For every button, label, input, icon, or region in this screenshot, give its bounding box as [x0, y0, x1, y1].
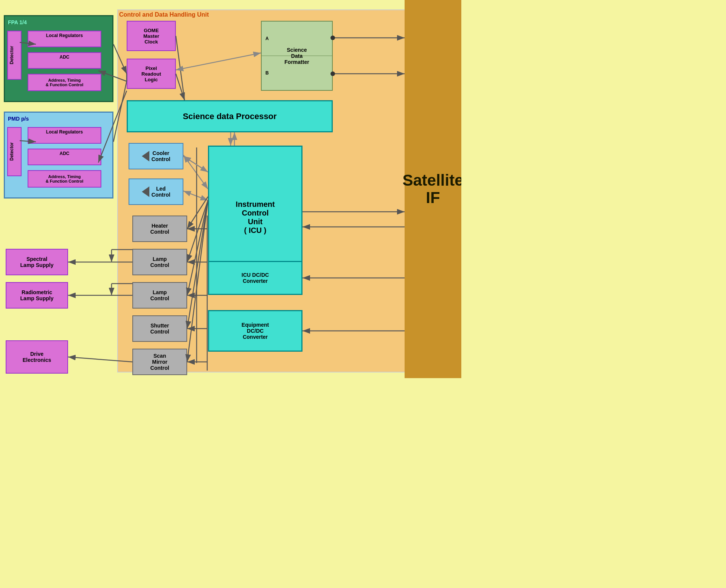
lamp-control-1: LampControl [132, 249, 187, 275]
heater-control: HeaterControl [132, 216, 187, 242]
fpa-adc: ADC [28, 52, 101, 69]
pmd-adc: ADC [28, 149, 101, 165]
drive-electronics: DriveElectronics [6, 340, 68, 374]
lamp-control-2: LampControl [132, 282, 187, 309]
spectral-lamp-supply: SpectralLamp Supply [6, 249, 68, 275]
gome-master-clock: GOMEMasterClock [127, 21, 176, 51]
fpa-address-timing: Address, Timing& Function Control [28, 74, 101, 91]
pmd-detector: Detector [7, 127, 22, 176]
formatter-label: ScienceDataFormatter [284, 47, 309, 65]
formatter-label-b: B [265, 70, 269, 76]
equip-dcdc-converter: EquipmentDC/DCConverter [208, 310, 302, 352]
pmd-address-timing: Address, Timing& Function Control [28, 170, 101, 188]
led-label: LedControl [152, 186, 171, 198]
cooler-label: CoolerControl [152, 150, 171, 162]
sci-processor-label: Science data Processor [183, 112, 276, 121]
fpa-block: FPA 1/4 Detector Local Regulators ADC Ad… [4, 15, 113, 102]
led-triangle-icon [142, 186, 149, 197]
fpa-local-regulators: Local Regulators [28, 31, 101, 47]
fpa-detector: Detector [7, 31, 22, 80]
scan-mirror-label: ScanMirrorControl [150, 353, 169, 371]
spectral-lamp-label: SpectralLamp Supply [20, 256, 54, 268]
cdh-title: Control and Data Handling Unit [119, 11, 209, 18]
pmd-local-regulators: Local Regulators [28, 127, 101, 144]
icu-label: InstrumentControlUnit( ICU ) [236, 200, 275, 235]
sci-formatter: A B ScienceDataFormatter [261, 21, 333, 91]
cooler-control: CoolerControl [129, 143, 183, 169]
pmd-title: PMD p/s [8, 116, 109, 122]
scan-mirror-control: ScanMirrorControl [132, 349, 187, 375]
pmd-block: PMD p/s Detector Local Regulators ADC Ad… [4, 112, 113, 199]
shutter-label: ShutterControl [150, 323, 169, 335]
fpa-title: FPA 1/4 [8, 19, 109, 25]
pixel-readout-logic: PixelReadoutLogic [127, 59, 176, 89]
equip-dcdc-label: EquipmentDC/DCConverter [242, 322, 269, 340]
gome-label: GOMEMasterClock [143, 28, 159, 45]
sci-processor: Science data Processor [127, 100, 333, 132]
icu-dcdc-label: ICU DC/DCConverter [242, 272, 269, 284]
pixel-label: PixelReadoutLogic [141, 65, 161, 82]
radiometric-lamp-supply: RadiometricLamp Supply [6, 282, 68, 309]
radiometric-lamp-label: RadiometricLamp Supply [20, 289, 54, 301]
lamp2-label: LampControl [150, 289, 169, 301]
drive-electronics-label: DriveElectronics [23, 351, 51, 363]
icu-dcdc-converter: ICU DC/DCConverter [208, 261, 302, 295]
satellite-if-label: SatelliteIF [402, 172, 461, 206]
led-control: LedControl [129, 178, 183, 205]
satellite-if-panel: SatelliteIF [405, 0, 461, 378]
shutter-control: ShutterControl [132, 315, 187, 342]
heater-label: HeaterControl [150, 223, 169, 235]
formatter-label-a: A [265, 36, 269, 41]
cooler-triangle-icon [142, 151, 149, 161]
lamp1-label: LampControl [150, 256, 169, 268]
